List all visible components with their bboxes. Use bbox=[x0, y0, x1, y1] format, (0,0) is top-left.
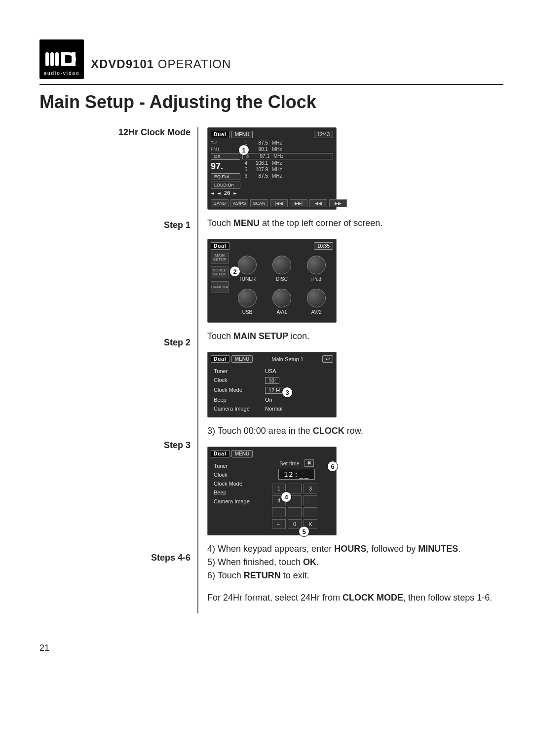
band-button[interactable]: BAND bbox=[211, 199, 228, 207]
av2-icon[interactable]: AV/2 bbox=[303, 289, 330, 315]
header-row: audio·video XDVD9101 OPERATION bbox=[39, 39, 503, 79]
key[interactable] bbox=[304, 507, 317, 517]
row: Camera Image bbox=[211, 497, 260, 506]
label-step1: Step 1 bbox=[94, 220, 190, 329]
time-display: 12:__ bbox=[278, 469, 315, 480]
callout-4: 4 bbox=[281, 491, 292, 502]
page-header: XDVD9101 OPERATION bbox=[91, 57, 231, 79]
device-brand: Dual bbox=[211, 355, 229, 363]
label-mode: 12Hr Clock Mode bbox=[94, 127, 190, 211]
key-back[interactable]: ← bbox=[272, 519, 286, 529]
setup-title: Main Setup 1 bbox=[255, 356, 320, 362]
menu-grid: TUNER DISC iPod USB AV/1 AV/2 bbox=[230, 252, 333, 319]
setup-row-tuner: TunerUSA bbox=[211, 367, 333, 376]
prev-track-button[interactable]: |◀◀ bbox=[270, 199, 288, 207]
row: Clock bbox=[211, 470, 260, 479]
preset-row: 4106.1MHz bbox=[242, 160, 333, 166]
content-grid: 12Hr Clock Mode Step 1 Step 2 Step 3 Ste… bbox=[94, 127, 503, 613]
left-column: 12Hr Clock Mode Step 1 Step 2 Step 3 Ste… bbox=[94, 127, 197, 613]
setup-list: TunerUSA Clock10: Clock Mode12 H BeepOn … bbox=[211, 365, 333, 415]
setup-row-clockmode[interactable]: Clock Mode12 H bbox=[211, 385, 333, 395]
callout-5: 5 bbox=[299, 526, 309, 537]
forward-button[interactable]: ▶▶ bbox=[329, 199, 347, 207]
usb-icon[interactable]: USB bbox=[233, 289, 261, 315]
svg-rect-3 bbox=[72, 52, 76, 66]
next-track-button[interactable]: ▶▶| bbox=[290, 199, 307, 207]
header-divider bbox=[39, 84, 503, 85]
asps-button[interactable]: AS/PS bbox=[230, 199, 248, 207]
callout-2: 2 bbox=[229, 266, 240, 277]
screenshot-setup1: Dual MENU Main Setup 1 ↩ TunerUSA Clock1… bbox=[207, 352, 337, 417]
menu-button[interactable]: MENU bbox=[231, 450, 253, 457]
return-button[interactable]: ↩ bbox=[322, 355, 333, 363]
steps46-text: 4) When keypad appears, enter HOURS, fol… bbox=[207, 542, 503, 605]
numpad: 1 3 4 ← 0 K bbox=[270, 482, 323, 531]
svg-rect-0 bbox=[45, 52, 49, 66]
menu-button[interactable]: MENU bbox=[231, 355, 253, 363]
row: Beep bbox=[211, 488, 260, 497]
radio-buttons: BAND AS/PS SCAN |◀◀ ▶▶| ◀◀ ▶▶ bbox=[211, 199, 333, 207]
key[interactable] bbox=[288, 484, 302, 493]
tag-fm1: FM1 bbox=[211, 147, 240, 151]
screenshot-settime: Dual MENU Tuner Clock Clock Mode Beep Ca… bbox=[207, 447, 337, 535]
big-frequency: 97. bbox=[211, 161, 240, 172]
device-brand: Dual bbox=[211, 131, 229, 138]
page-title: Main Setup - Adjusting the Clock bbox=[39, 92, 503, 113]
screenshot-radio: Dual MENU 12:43 TU FM1 DX 97. EQ:Flat LO… bbox=[207, 127, 337, 210]
preset-row: 687.5MHz bbox=[242, 173, 333, 179]
side-icons: MAIN SETUP SCREE SETUP CAMERA bbox=[211, 252, 228, 319]
clock-display: 10:35 bbox=[314, 242, 333, 250]
page-number: 21 bbox=[39, 643, 503, 653]
av1-icon[interactable]: AV/1 bbox=[268, 289, 296, 315]
screen-setup-icon[interactable]: SCREE SETUP bbox=[211, 266, 228, 278]
right-column: Dual MENU 12:43 TU FM1 DX 97. EQ:Flat LO… bbox=[198, 127, 503, 613]
settime-header: Set time ✖ bbox=[260, 459, 333, 467]
key[interactable] bbox=[304, 495, 317, 505]
tag-eq: EQ:Flat bbox=[211, 173, 240, 180]
close-button[interactable]: ✖ bbox=[305, 459, 314, 467]
dual-logo-icon bbox=[44, 47, 79, 72]
brand-logo: audio·video bbox=[39, 39, 84, 79]
main-setup-icon[interactable]: MAIN SETUP bbox=[211, 252, 228, 264]
row: Clock Mode bbox=[211, 479, 260, 488]
svg-rect-1 bbox=[50, 52, 54, 66]
menu-button[interactable]: MENU bbox=[231, 131, 253, 138]
callout-3: 3 bbox=[282, 387, 293, 398]
callout-1: 1 bbox=[238, 145, 249, 155]
brand-subtext: audio·video bbox=[43, 71, 79, 76]
device-brand: Dual bbox=[211, 242, 229, 250]
step1-text: Touch MENU at the top left corner of scr… bbox=[207, 217, 503, 230]
tag-tu: TU bbox=[211, 140, 240, 145]
tag-loud: LOUD:On bbox=[211, 182, 240, 189]
setup-row-clock[interactable]: Clock10: bbox=[211, 376, 333, 385]
settime-left-list: Tuner Clock Clock Mode Beep Camera Image bbox=[211, 459, 260, 531]
scan-button[interactable]: SCAN bbox=[250, 199, 268, 207]
key-3[interactable]: 3 bbox=[304, 484, 317, 493]
disc-icon[interactable]: DISC bbox=[268, 256, 296, 282]
key[interactable] bbox=[272, 507, 286, 517]
clock-display: 12:43 bbox=[314, 131, 333, 138]
preset-row: 290.1MHz bbox=[242, 147, 333, 152]
screenshot-mainmenu: Dual 10:35 MAIN SETUP SCREE SETUP CAMERA… bbox=[207, 239, 337, 323]
row: Tuner bbox=[211, 461, 260, 470]
setup-row-camera: Camera ImageNormal bbox=[211, 404, 333, 413]
preset-row-selected: 397.1MHz bbox=[242, 153, 333, 159]
preset-list: 187.5MHz 290.1MHz 397.1MHz 4106.1MHz 510… bbox=[242, 140, 333, 196]
preset-row: 5107.9MHz bbox=[242, 167, 333, 172]
key[interactable] bbox=[288, 507, 302, 517]
tag-dx: DX bbox=[211, 153, 240, 160]
header-operation: OPERATION bbox=[158, 57, 231, 71]
rewind-button[interactable]: ◀◀ bbox=[309, 199, 327, 207]
header-model: XDVD9101 bbox=[91, 57, 154, 71]
preset-row: 187.5MHz bbox=[242, 140, 333, 146]
ipod-icon[interactable]: iPod bbox=[303, 256, 330, 282]
setup-row-beep: BeepOn bbox=[211, 395, 333, 404]
label-step2: Step 2 bbox=[94, 338, 190, 431]
label-step3: Step 3 bbox=[94, 440, 190, 544]
callout-6: 6 bbox=[327, 461, 338, 472]
device-brand: Dual bbox=[211, 450, 229, 457]
camera-icon[interactable]: CAMERA bbox=[211, 281, 228, 293]
step2-text: Touch MAIN SETUP icon. bbox=[207, 330, 503, 343]
volume-indicator: ◄ ◄ 20 ► bbox=[211, 190, 240, 196]
step3-text: 3) Touch 00:00 area in the CLOCK row. bbox=[207, 424, 503, 438]
